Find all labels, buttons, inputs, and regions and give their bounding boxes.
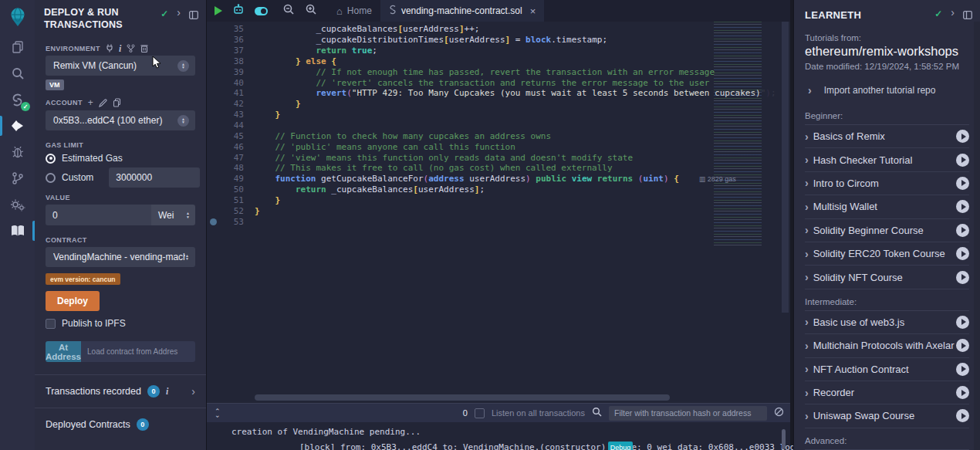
code-line[interactable]: 49 function getCupcakeBalanceFor(address… xyxy=(207,174,790,184)
environment-select[interactable]: Remix VM (Cancun) ▲▼ xyxy=(46,56,195,76)
remix-logo[interactable] xyxy=(0,0,35,34)
edit-account-icon[interactable] xyxy=(99,99,107,107)
play-tutorial-button[interactable] xyxy=(956,177,969,190)
tutorial-item[interactable]: ›Basic use of web3.js xyxy=(805,311,969,334)
zoom-out-icon[interactable] xyxy=(282,3,295,19)
contract-select[interactable]: VendingMachine - vending-machin ▲▼ xyxy=(46,247,195,267)
deploy-run-icon[interactable] xyxy=(0,113,35,139)
code-line[interactable]: 44 xyxy=(207,120,790,131)
close-tab-icon[interactable]: × xyxy=(530,5,536,17)
search-icon[interactable] xyxy=(0,60,35,86)
copy-account-icon[interactable] xyxy=(113,98,121,107)
tutorial-item[interactable]: ›Hash Checker Tutorial xyxy=(805,148,969,171)
code-line[interactable]: 47 // 'view' means this function only re… xyxy=(207,152,790,163)
code-line[interactable]: 51 } xyxy=(207,195,790,206)
play-tutorial-button[interactable] xyxy=(956,130,969,143)
deployed-contracts-section[interactable]: Deployed Contracts 0 xyxy=(35,408,206,441)
value-unit-select[interactable]: Wei ▲▼ xyxy=(151,205,195,225)
code-line[interactable]: 41 revert("HTTP 429: Too Many Cupcakes (… xyxy=(207,88,790,99)
custom-gas-input[interactable] xyxy=(109,167,200,188)
tutorial-item[interactable]: ›Solidity ERC20 Token Course xyxy=(805,242,969,266)
code-line[interactable]: 45 // Function to check how many cupcake… xyxy=(207,130,790,141)
pin-panel-icon[interactable] xyxy=(189,8,198,22)
code-line[interactable]: 36 _cupcakeDistributionTimes[userAddress… xyxy=(207,35,790,46)
tutorial-item[interactable]: ›Multisig Wallet xyxy=(805,195,969,218)
tutorial-item[interactable]: ›NFT Auction Contract xyxy=(805,358,969,381)
add-account-icon[interactable]: + xyxy=(88,100,93,107)
collapse-terminal-icon[interactable]: ⌃⌃ xyxy=(215,410,221,416)
tutorial-item[interactable]: ›Recorder xyxy=(805,381,969,404)
at-address-button[interactable]: At Address xyxy=(46,341,81,362)
tutorial-item[interactable]: ›Multichain Protocols with Axelar xyxy=(805,334,969,357)
play-tutorial-button[interactable] xyxy=(956,386,969,399)
zoom-in-icon[interactable] xyxy=(305,3,317,19)
play-tutorial-button[interactable] xyxy=(956,200,969,213)
info-icon[interactable]: i xyxy=(119,45,121,52)
import-tutorial-repo[interactable]: › Import another tutorial repo xyxy=(808,85,969,96)
play-tutorial-button[interactable] xyxy=(956,339,969,352)
play-tutorial-button[interactable] xyxy=(956,224,969,237)
code-line[interactable]: 46 // 'public' means anyone can call thi… xyxy=(207,141,790,152)
solidity-compiler-icon[interactable]: ✓ xyxy=(0,86,35,113)
at-address-input[interactable] xyxy=(81,341,195,362)
fork-icon[interactable] xyxy=(127,44,135,52)
listen-all-checkbox[interactable] xyxy=(475,408,485,418)
code-line[interactable]: 52} xyxy=(207,205,790,216)
run-script-button[interactable] xyxy=(215,6,222,15)
terminal-search-icon[interactable] xyxy=(592,406,602,420)
code-line[interactable]: 40 // 'revert' cancels the transaction a… xyxy=(207,77,790,88)
transaction-filter-input[interactable] xyxy=(609,406,767,421)
code-line[interactable]: 48 // This makes it free to call (no gas… xyxy=(207,163,790,174)
tab-vending-machine-contract[interactable]: vending-machine-contract.sol × xyxy=(380,0,544,22)
code-line[interactable]: 39 // If not enough time has passed, rev… xyxy=(207,66,790,77)
tutorial-item[interactable]: ›Intro to Circom xyxy=(805,172,969,195)
tutorial-item[interactable]: ›Solidity NFT Course xyxy=(805,266,969,289)
debug-button[interactable]: Debug xyxy=(608,442,633,450)
ai-toggle-switch[interactable] xyxy=(255,7,268,15)
publish-ipfs-checkbox[interactable] xyxy=(46,319,56,329)
estimated-gas-radio[interactable] xyxy=(46,154,56,164)
play-tutorial-button[interactable] xyxy=(956,409,969,422)
plug-icon[interactable] xyxy=(106,44,113,52)
tutorial-item[interactable]: ›Basics of Remix xyxy=(805,125,969,148)
settings-icon[interactable] xyxy=(0,191,35,218)
editor-vertical-scrollbar[interactable] xyxy=(782,22,789,313)
expand-scenario-icon[interactable]: › xyxy=(191,387,195,395)
code-line[interactable]: 50 return _cupcakeBalances[userAddress]; xyxy=(207,184,790,195)
tab-home[interactable]: ⌂ Home xyxy=(328,0,380,22)
breakpoint-dot[interactable] xyxy=(210,218,217,225)
clear-console-icon[interactable] xyxy=(774,406,784,420)
code-line[interactable]: 53 xyxy=(207,216,790,227)
play-tutorial-button[interactable] xyxy=(956,316,969,329)
code-editor[interactable]: 35 _cupcakeBalances[userAddress]++;36 _c… xyxy=(207,22,790,403)
play-tutorial-button[interactable] xyxy=(956,271,969,284)
code-line[interactable]: 43 } xyxy=(207,110,790,120)
minimap[interactable] xyxy=(714,22,780,247)
custom-gas-radio[interactable] xyxy=(46,173,56,183)
editor-horizontal-scrollbar[interactable] xyxy=(255,394,670,401)
transactions-recorded-section[interactable]: Transactions recorded 0 i › xyxy=(35,374,206,408)
chevron-right-icon[interactable]: › xyxy=(177,8,181,16)
play-tutorial-button[interactable] xyxy=(956,363,969,376)
tutorial-item[interactable]: ›Uniswap Swap Course xyxy=(805,404,969,428)
learneth-icon[interactable] xyxy=(0,218,35,244)
debugger-icon[interactable] xyxy=(0,139,35,165)
code-line[interactable]: 42 } xyxy=(207,99,790,110)
delete-environment-icon[interactable] xyxy=(140,44,148,52)
info-icon[interactable]: i xyxy=(166,386,168,398)
tutorial-item[interactable]: ›Solidity Beginner Course xyxy=(805,219,969,242)
code-line[interactable]: 38 } else { xyxy=(207,56,790,67)
value-input[interactable] xyxy=(46,205,151,225)
git-icon[interactable] xyxy=(0,165,35,191)
code-line[interactable]: 37 return true; xyxy=(207,46,790,56)
chevron-right-icon[interactable]: › xyxy=(951,8,955,16)
terminal-scrollbar[interactable] xyxy=(782,429,786,449)
account-select[interactable]: 0x5B3...eddC4 (100 ether) ▲▼ xyxy=(46,110,195,130)
code-line[interactable]: 35 _cupcakeBalances[userAddress]++; xyxy=(207,24,790,35)
play-tutorial-button[interactable] xyxy=(956,154,969,167)
file-explorer-icon[interactable] xyxy=(0,34,35,60)
pin-panel-icon[interactable] xyxy=(963,8,972,22)
ai-assistant-icon[interactable] xyxy=(232,4,245,19)
deploy-button[interactable]: Deploy xyxy=(46,291,100,311)
play-tutorial-button[interactable] xyxy=(956,247,969,260)
